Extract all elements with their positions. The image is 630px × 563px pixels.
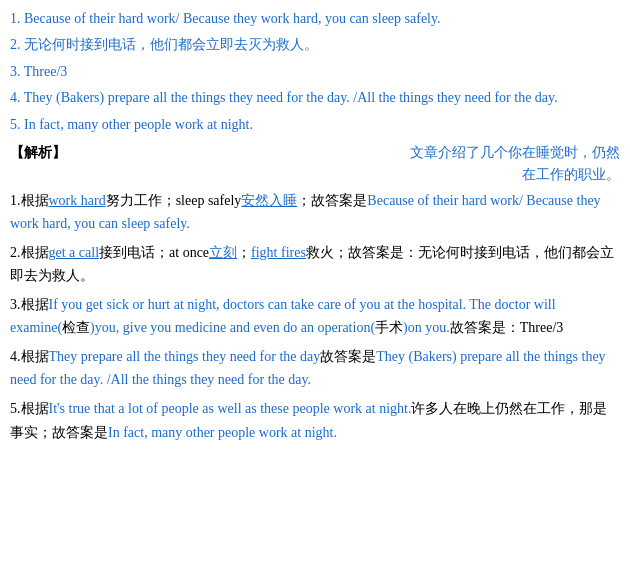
a5-kw1: It's true that a lot of people as well a… — [49, 401, 412, 416]
answer-2-number: 2. — [10, 37, 21, 52]
a2-num: 2. — [10, 245, 21, 260]
a2-prefix: 根据 — [21, 245, 49, 260]
analysis-summary: 文章介绍了几个你在睡觉时，仍然在工作的职业。 — [400, 142, 620, 187]
answer-4-text: They (Bakers) prepare all the things the… — [24, 90, 558, 105]
analysis-block-1: 1.根据work hard努力工作；sleep safely安然入睡；故答案是B… — [10, 189, 620, 235]
analysis-block-3: 3.根据If you get sick or hurt at night, do… — [10, 293, 620, 339]
a4-num: 4. — [10, 349, 21, 364]
analysis-text-4: 4.根据They prepare all the things they nee… — [10, 345, 620, 391]
a3-prefix: 根据 — [21, 297, 49, 312]
content-area: 1. Because of their hard work/ Because t… — [10, 8, 620, 444]
a1-kw1: work hard — [49, 193, 106, 208]
a2-kw1: get a call — [49, 245, 100, 260]
a3-kw3: )on you. — [403, 320, 450, 335]
analysis-block-2: 2.根据get a call接到电话；at once立刻；fight fires… — [10, 241, 620, 287]
a1-prefix: 根据 — [21, 193, 49, 208]
a5-prefix: 根据 — [21, 401, 49, 416]
a3-mid2: 手术 — [375, 320, 403, 335]
answer-5-number: 5. — [10, 117, 21, 132]
answer-5: 5. In fact, many other people work at ni… — [10, 114, 620, 136]
a3-kw2: )you, give you medicine and even do an o… — [90, 320, 375, 335]
answer-2-text: 无论何时接到电话，他们都会立即去灭为救人。 — [24, 37, 318, 52]
answer-3-text: Three/3 — [24, 64, 68, 79]
a1-kw2: 安然入睡 — [241, 193, 297, 208]
analysis-header: 【解析】 文章介绍了几个你在睡觉时，仍然在工作的职业。 — [10, 142, 620, 187]
a2-kw3: fight fires — [251, 245, 306, 260]
analysis-block-4: 4.根据They prepare all the things they nee… — [10, 345, 620, 391]
a3-mid1: 检查 — [62, 320, 90, 335]
a5-answer: In fact, many other people work at night… — [108, 425, 337, 440]
answer-1-number: 1. — [10, 11, 21, 26]
a1-mid2: ；故答案是 — [297, 193, 367, 208]
answer-1-text: Because of their hard work/ Because they… — [24, 11, 441, 26]
a4-mid1: 故答案是 — [320, 349, 376, 364]
answer-3-number: 3. — [10, 64, 21, 79]
answer-1: 1. Because of their hard work/ Because t… — [10, 8, 620, 30]
a4-prefix: 根据 — [21, 349, 49, 364]
answer-4: 4. They (Bakers) prepare all the things … — [10, 87, 620, 109]
analysis-text-2: 2.根据get a call接到电话；at once立刻；fight fires… — [10, 241, 620, 287]
a2-sep: ； — [237, 245, 251, 260]
a1-mid1: 努力工作；sleep safely — [106, 193, 242, 208]
a3-num: 3. — [10, 297, 21, 312]
analysis-text-3: 3.根据If you get sick or hurt at night, do… — [10, 293, 620, 339]
a3-mid3: 故答案是：Three/3 — [450, 320, 564, 335]
a1-num: 1. — [10, 193, 21, 208]
answer-4-number: 4. — [10, 90, 21, 105]
a2-mid1: 接到电话；at once — [99, 245, 209, 260]
analysis-text-5: 5.根据It's true that a lot of people as we… — [10, 397, 620, 443]
a4-kw1: They prepare all the things they need fo… — [49, 349, 321, 364]
answer-5-text: In fact, many other people work at night… — [24, 117, 253, 132]
answer-2: 2. 无论何时接到电话，他们都会立即去灭为救人。 — [10, 34, 620, 56]
analysis-block-5: 5.根据It's true that a lot of people as we… — [10, 397, 620, 443]
analysis-text-1: 1.根据work hard努力工作；sleep safely安然入睡；故答案是B… — [10, 189, 620, 235]
a2-kw2: 立刻 — [209, 245, 237, 260]
a5-num: 5. — [10, 401, 21, 416]
answer-3: 3. Three/3 — [10, 61, 620, 83]
analysis-label: 【解析】 — [10, 142, 66, 164]
